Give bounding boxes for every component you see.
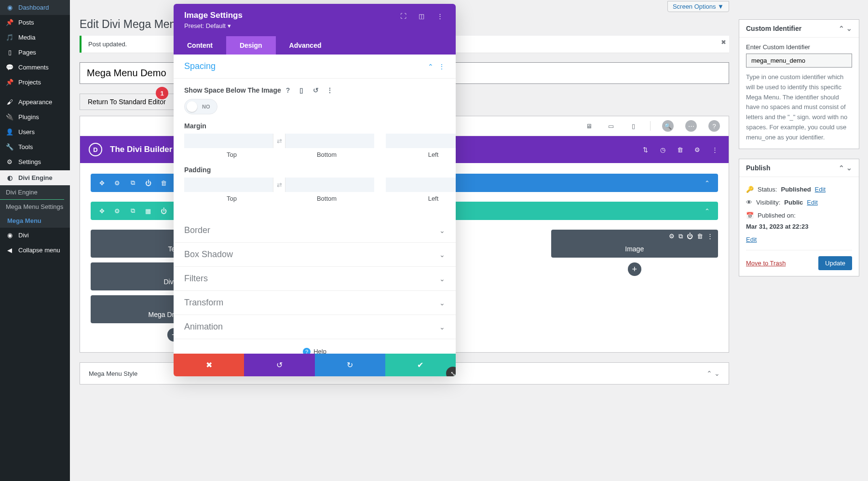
menu-icon[interactable]: ⋮: [434, 11, 445, 21]
clone-icon[interactable]: ⧉: [127, 206, 138, 216]
gear-icon[interactable]: ⚙: [112, 178, 122, 188]
menu-icon[interactable]: ⋮: [707, 233, 713, 240]
move-icon[interactable]: ✥: [96, 178, 107, 188]
padding-top-input[interactable]: [184, 178, 273, 192]
desktop-icon[interactable]: 🖥: [583, 121, 594, 131]
gear-icon[interactable]: ⚙: [112, 206, 122, 216]
sidebar-item-posts[interactable]: 📌Posts: [0, 15, 70, 30]
tablet-icon[interactable]: ▭: [606, 121, 616, 131]
section-filters-header[interactable]: Filters⌄: [174, 267, 456, 291]
notice-dismiss-icon[interactable]: ✖: [721, 39, 726, 46]
menu-icon[interactable]: ⋮: [326, 86, 335, 94]
chevron-down-icon: ⌄: [439, 227, 445, 234]
trash-icon[interactable]: 🗑: [697, 233, 703, 240]
sidebar-item-appearance[interactable]: 🖌Appearance: [0, 95, 70, 110]
tab-advanced[interactable]: Advanced: [276, 36, 335, 55]
gear-icon[interactable]: ⚙: [692, 144, 703, 155]
sidebar-sub-mega-menu[interactable]: Mega Menu: [0, 214, 70, 228]
edit-status-link[interactable]: Edit: [815, 186, 826, 193]
zoom-icon[interactable]: 🔍: [662, 120, 674, 132]
screen-options-button[interactable]: Screen Options ▼: [667, 1, 729, 12]
move-icon[interactable]: ✥: [96, 206, 107, 216]
power-icon[interactable]: ⏻: [687, 233, 693, 240]
metabox-head[interactable]: Publish ⌃ ⌄: [739, 159, 859, 177]
edit-date-link[interactable]: Edit: [746, 236, 757, 243]
section-animation-header[interactable]: Animation⌄: [174, 315, 456, 339]
module-image[interactable]: ⚙⧉⏻🗑⋮ Image: [551, 230, 719, 258]
clock-icon[interactable]: ◷: [657, 144, 668, 155]
padding-bottom-input[interactable]: [285, 178, 374, 192]
chevron-up-icon[interactable]: ⌃: [839, 164, 844, 172]
dots-icon[interactable]: ⋯: [685, 120, 697, 132]
chevron-up-icon[interactable]: ⌃: [702, 206, 712, 216]
phone-icon[interactable]: ▯: [628, 121, 638, 131]
chevron-down-icon[interactable]: ⌄: [714, 370, 720, 377]
section-transform-header[interactable]: Transform⌄: [174, 291, 456, 315]
gear-icon[interactable]: ⚙: [669, 233, 675, 240]
sidebar-item-users[interactable]: 👤Users: [0, 124, 70, 139]
sidebar-item-settings[interactable]: ⚙Settings: [0, 154, 70, 169]
sidebar-item-media[interactable]: 🎵Media: [0, 30, 70, 45]
edit-visibility-link[interactable]: Edit: [807, 199, 817, 206]
sort-icon[interactable]: ⇅: [640, 144, 651, 155]
expand-icon[interactable]: ⛶: [398, 11, 408, 21]
image-settings-modal: Image Settings Preset: Default ▾ ⛶ ◫ ⋮ C…: [174, 4, 456, 376]
chevron-up-icon[interactable]: ⌃: [428, 63, 434, 70]
reset-icon[interactable]: ↺: [313, 86, 322, 94]
section-spacing-header[interactable]: Spacing ⌃ ⋮: [174, 55, 456, 79]
trash-icon[interactable]: 🗑: [158, 178, 169, 188]
section-box-shadow-header[interactable]: Box Shadow⌄: [174, 243, 456, 267]
sidebar-item-divi-engine[interactable]: ◐Divi Engine: [0, 170, 70, 185]
sidebar-item-tools[interactable]: 🔧Tools: [0, 139, 70, 154]
help-icon[interactable]: ?: [708, 120, 720, 132]
chevron-down-icon[interactable]: ⌄: [846, 164, 852, 172]
margin-top-input[interactable]: [184, 134, 273, 148]
redo-button[interactable]: ↻: [315, 354, 385, 376]
chevron-down-icon[interactable]: ⌄: [846, 25, 852, 32]
clone-icon[interactable]: ⧉: [678, 233, 683, 240]
update-button[interactable]: Update: [818, 256, 852, 270]
sidebar-item-pages[interactable]: ▯Pages: [0, 45, 70, 60]
calendar-icon: 📅: [746, 212, 754, 219]
chevron-up-icon[interactable]: ⌃: [706, 370, 712, 377]
chevron-up-icon[interactable]: ⌃: [839, 25, 844, 32]
tab-design[interactable]: Design: [226, 36, 276, 55]
sidebar-item-comments[interactable]: 💬Comments: [0, 60, 70, 75]
power-icon[interactable]: ⏻: [143, 178, 153, 188]
move-to-trash-link[interactable]: Move to Trash: [746, 260, 786, 267]
padding-left-input[interactable]: [386, 178, 456, 192]
menu-icon[interactable]: ⋮: [709, 144, 720, 155]
add-module-button[interactable]: +: [628, 262, 641, 276]
margin-bottom-input[interactable]: [285, 134, 374, 148]
link-icon[interactable]: ⇄: [273, 178, 285, 192]
cancel-button[interactable]: ✖: [174, 354, 244, 376]
help-icon[interactable]: ?: [286, 86, 295, 94]
save-button[interactable]: ✔: [385, 354, 456, 376]
phone-icon[interactable]: ▯: [299, 86, 308, 94]
sidebar-item-plugins[interactable]: 🔌Plugins: [0, 110, 70, 124]
sidebar-sub-mega-settings[interactable]: Mega Menu Settings: [0, 200, 70, 214]
identifier-input[interactable]: [746, 54, 852, 68]
power-icon[interactable]: ⏻: [158, 206, 169, 216]
link-icon[interactable]: ⇄: [273, 134, 285, 148]
columns-icon[interactable]: ▦: [143, 206, 153, 216]
sidebar-item-divi[interactable]: ◉Divi: [0, 228, 70, 243]
preset-dropdown[interactable]: Preset: Default ▾: [184, 22, 243, 29]
trash-icon[interactable]: 🗑: [675, 144, 685, 155]
clone-icon[interactable]: ⧉: [127, 178, 138, 188]
chevron-up-icon[interactable]: ⌃: [702, 178, 712, 188]
show-space-toggle[interactable]: NO: [184, 99, 217, 114]
tab-content[interactable]: Content: [174, 36, 226, 55]
undo-button[interactable]: ↺: [244, 354, 314, 376]
metabox-head[interactable]: Custom Identifier ⌃ ⌄: [739, 20, 859, 38]
help-link[interactable]: ?Help: [174, 339, 456, 354]
margin-left-input[interactable]: [386, 134, 456, 148]
sidebar-sub-divi-engine[interactable]: Divi Engine: [0, 185, 70, 199]
sidebar-item-dashboard[interactable]: ◉Dashboard: [0, 0, 70, 15]
sidebar-item-projects[interactable]: 📌Projects: [0, 75, 70, 90]
sidebar-item-collapse[interactable]: ◀Collapse menu: [0, 243, 70, 258]
show-space-label: Show Space Below The Image ? ▯ ↺ ⋮: [184, 86, 445, 94]
section-border-header[interactable]: Border⌄: [174, 219, 456, 243]
menu-icon[interactable]: ⋮: [438, 63, 445, 70]
snap-icon[interactable]: ◫: [416, 11, 427, 21]
